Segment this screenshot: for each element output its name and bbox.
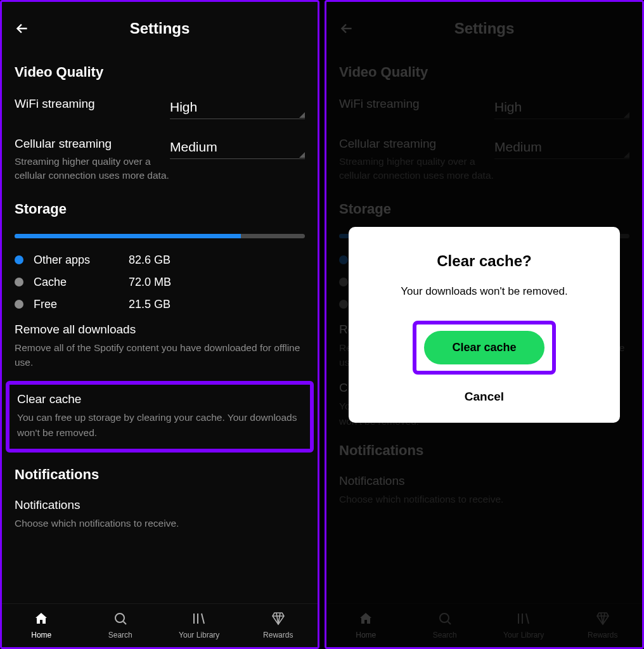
dot-icon bbox=[15, 255, 23, 264]
library-icon bbox=[191, 610, 207, 627]
home-icon bbox=[33, 610, 49, 627]
clear-cache-dialog: Clear cache? Your downloads won't be rem… bbox=[349, 227, 620, 423]
dialog-body: Your downloads won't be removed. bbox=[365, 285, 603, 298]
cancel-button[interactable]: Cancel bbox=[365, 390, 603, 404]
notifications-item[interactable]: Notifications Choose which notifications… bbox=[15, 498, 305, 530]
dot-icon bbox=[15, 278, 23, 286]
legend-value: 82.6 GB bbox=[129, 254, 171, 267]
nav-label: Search bbox=[108, 631, 132, 639]
legend-label: Other apps bbox=[34, 254, 129, 267]
dialog-title: Clear cache? bbox=[365, 252, 603, 270]
phone-right: Settings Video Quality WiFi streaming Hi… bbox=[325, 0, 644, 649]
clear-cache-item[interactable]: Clear cache You can free up storage by c… bbox=[6, 381, 314, 453]
bottom-nav: Home Search Your Library Rewards bbox=[2, 603, 318, 647]
legend-value: 72.0 MB bbox=[129, 276, 171, 289]
dialog-confirm-highlight: Clear cache bbox=[413, 321, 555, 375]
search-icon bbox=[112, 610, 129, 627]
clear-cache-confirm-button[interactable]: Clear cache bbox=[424, 331, 544, 364]
modal-overlay[interactable]: Clear cache? Your downloads won't be rem… bbox=[326, 2, 642, 647]
svg-point-0 bbox=[115, 614, 124, 622]
section-video-quality: Video Quality bbox=[15, 64, 305, 80]
row-cellular-streaming: Cellular streaming Streaming higher qual… bbox=[15, 137, 305, 183]
legend-free: Free 21.5 GB bbox=[15, 298, 305, 311]
legend-value: 21.5 GB bbox=[129, 298, 171, 311]
nav-rewards[interactable]: Rewards bbox=[239, 610, 318, 639]
diamond-icon bbox=[270, 610, 287, 627]
cellular-streaming-select[interactable]: Medium bbox=[170, 139, 305, 159]
cellular-streaming-title: Cellular streaming bbox=[15, 137, 112, 150]
header: Settings bbox=[2, 2, 318, 44]
row-wifi-streaming: WiFi streaming High bbox=[15, 97, 305, 119]
remove-downloads-desc: Remove all of the Spotify content you ha… bbox=[15, 340, 305, 370]
storage-bar bbox=[15, 234, 305, 238]
wifi-streaming-label: WiFi streaming bbox=[15, 97, 170, 111]
nav-search[interactable]: Search bbox=[81, 610, 160, 639]
nav-label: Rewards bbox=[263, 631, 293, 639]
legend-label: Cache bbox=[34, 276, 129, 289]
storage-bar-fill bbox=[15, 234, 241, 238]
section-notifications: Notifications bbox=[15, 466, 305, 483]
cellular-streaming-label: Cellular streaming Streaming higher qual… bbox=[15, 137, 170, 183]
remove-downloads-item[interactable]: Remove all downloads Remove all of the S… bbox=[15, 323, 305, 370]
notifications-desc: Choose which notifications to receive. bbox=[15, 516, 305, 530]
dot-icon bbox=[15, 300, 23, 309]
phone-left: Settings Video Quality WiFi streaming Hi… bbox=[0, 0, 319, 649]
settings-content: Video Quality WiFi streaming High Cellul… bbox=[2, 44, 318, 603]
clear-cache-title: Clear cache bbox=[17, 392, 302, 406]
nav-label: Your Library bbox=[179, 631, 219, 639]
cellular-streaming-sub: Streaming higher quality over a cellular… bbox=[15, 155, 170, 183]
section-storage: Storage bbox=[15, 201, 305, 217]
wifi-streaming-select[interactable]: High bbox=[170, 100, 305, 119]
notifications-title: Notifications bbox=[15, 498, 305, 512]
legend-label: Free bbox=[34, 298, 129, 311]
nav-home[interactable]: Home bbox=[2, 610, 81, 639]
legend-cache: Cache 72.0 MB bbox=[15, 276, 305, 289]
nav-label: Home bbox=[31, 631, 51, 639]
nav-library[interactable]: Your Library bbox=[160, 610, 239, 639]
clear-cache-desc: You can free up storage by clearing your… bbox=[17, 410, 302, 440]
page-title: Settings bbox=[13, 20, 306, 37]
legend-other-apps: Other apps 82.6 GB bbox=[15, 254, 305, 267]
remove-downloads-title: Remove all downloads bbox=[15, 323, 305, 337]
